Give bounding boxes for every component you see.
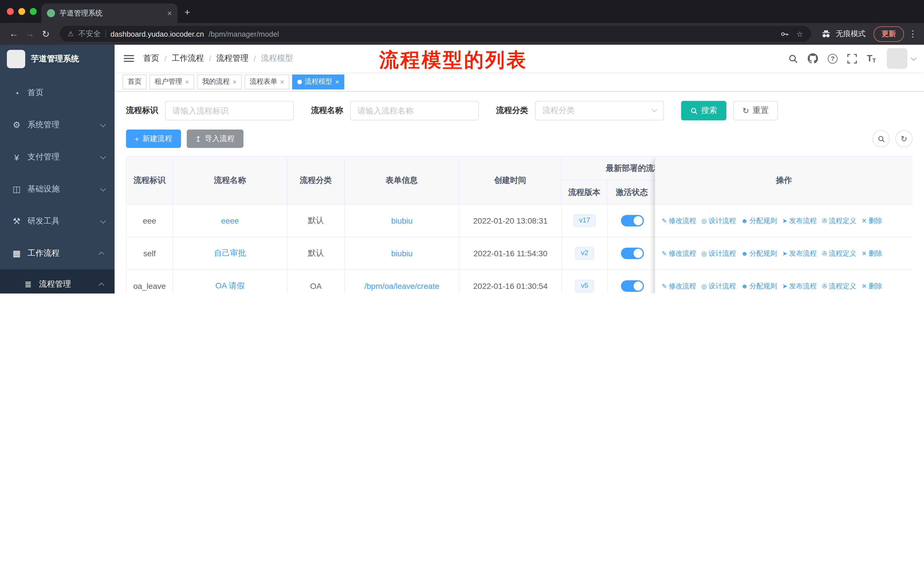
design-icon: ◎ <box>701 217 706 225</box>
action-delete-link[interactable]: ✕删除 <box>861 248 882 258</box>
action-definition-link[interactable]: ✇流程定义 <box>822 216 856 226</box>
tag-tenant[interactable]: 租户管理× <box>150 74 194 89</box>
action-edit-link[interactable]: ✎修改流程 <box>662 248 696 258</box>
github-icon[interactable] <box>808 53 818 64</box>
trash-icon: ✕ <box>861 282 867 290</box>
create-process-button[interactable]: + 新建流程 <box>126 129 181 148</box>
link-icon: ✇ <box>822 250 827 257</box>
security-label: 不安全 <box>79 29 101 39</box>
close-icon[interactable]: × <box>280 78 284 86</box>
category-cell: 默认 <box>287 237 345 270</box>
action-delete-link[interactable]: ✕删除 <box>861 281 882 291</box>
chevron-down-icon <box>911 55 917 61</box>
process-key-label: 流程标识 <box>126 106 158 116</box>
row-actions: ✎修改流程 ◎设计流程 ☻分配规则 ➤发布流程 ✇流程定义 ✕删除 <box>655 205 912 237</box>
process-name-input[interactable] <box>350 101 479 121</box>
forward-button[interactable]: → <box>22 29 38 39</box>
new-tab-button[interactable]: + <box>185 7 190 18</box>
sidebar-menu: ◔ 首页 ⚙ 系统管理 ¥ 支付管理 ◫ 基础设施 <box>0 73 115 293</box>
sidebar-item-infrastructure[interactable]: ◫ 基础设施 <box>0 173 115 205</box>
link-icon: ✇ <box>822 217 827 225</box>
bookmark-star-icon[interactable]: ☆ <box>797 30 803 38</box>
sidebar-logo: 芋道管理系统 <box>0 45 115 73</box>
maximize-window-button[interactable] <box>30 8 37 15</box>
hamburger-icon[interactable] <box>124 55 134 62</box>
back-button[interactable]: ← <box>6 29 22 39</box>
tab-close-icon[interactable]: × <box>167 8 172 18</box>
font-size-icon[interactable]: TT <box>867 53 876 64</box>
created-cell: 2022-01-16 01:30:54 <box>459 270 562 293</box>
update-button[interactable]: 更新 <box>874 26 904 41</box>
active-toggle[interactable] <box>621 215 644 227</box>
url-path: /bpm/manager/model <box>208 30 279 38</box>
action-design-link[interactable]: ◎设计流程 <box>701 281 736 291</box>
breadcrumb-item-process-model: 流程模型 <box>261 53 293 64</box>
action-delete-link[interactable]: ✕删除 <box>861 216 882 226</box>
fullscreen-icon[interactable] <box>847 54 857 63</box>
breadcrumb-item-process-management[interactable]: 流程管理 <box>216 53 249 64</box>
process-name-link[interactable]: OA 请假 <box>215 281 245 291</box>
process-category-label: 流程分类 <box>496 106 528 116</box>
active-toggle[interactable] <box>621 248 644 259</box>
action-definition-link[interactable]: ✇流程定义 <box>822 281 856 291</box>
person-icon: ☻ <box>741 217 748 224</box>
close-icon[interactable]: × <box>185 78 189 86</box>
app-title: 芋道管理系统 <box>31 54 79 64</box>
action-publish-link[interactable]: ➤发布流程 <box>782 248 817 258</box>
close-icon[interactable]: × <box>335 78 339 86</box>
import-process-button[interactable]: ↥ 导入流程 <box>186 129 243 148</box>
form-link[interactable]: /bpm/oa/leave/create <box>364 281 439 291</box>
action-design-link[interactable]: ◎设计流程 <box>701 216 736 226</box>
action-definition-link[interactable]: ✇流程定义 <box>822 248 856 258</box>
version-tag: v17 <box>573 214 596 227</box>
close-window-button[interactable] <box>7 8 14 15</box>
tag-my-process[interactable]: 我的流程× <box>197 74 242 89</box>
action-assign-rule-link[interactable]: ☻分配规则 <box>741 216 777 226</box>
browser-tab[interactable]: 芋道管理系统 × <box>41 3 178 23</box>
search-button[interactable]: 搜索 <box>681 101 726 121</box>
search-icon[interactable] <box>788 54 798 63</box>
browser-menu-icon[interactable]: ⋮ <box>909 29 917 39</box>
action-edit-link[interactable]: ✎修改流程 <box>662 281 696 291</box>
close-icon[interactable]: × <box>233 78 237 86</box>
minimize-window-button[interactable] <box>18 8 25 15</box>
sidebar-item-system[interactable]: ⚙ 系统管理 <box>0 109 115 141</box>
action-assign-rule-link[interactable]: ☻分配规则 <box>741 281 777 291</box>
key-icon[interactable] <box>780 30 789 38</box>
breadcrumb-item-workflow[interactable]: 工作流程 <box>172 53 204 64</box>
form-link[interactable]: biubiu <box>391 216 413 225</box>
action-design-link[interactable]: ◎设计流程 <box>701 248 736 258</box>
browser-tabstrip: 芋道管理系统 × + <box>0 0 924 23</box>
action-publish-link[interactable]: ➤发布流程 <box>782 281 817 291</box>
show-search-button[interactable] <box>873 130 889 147</box>
form-link[interactable]: biubiu <box>391 249 413 258</box>
action-assign-rule-link[interactable]: ☻分配规则 <box>741 248 777 258</box>
tag-process-form[interactable]: 流程表单× <box>244 74 289 89</box>
chevron-down-icon <box>652 106 657 112</box>
process-key-input[interactable] <box>165 101 294 121</box>
refresh-button[interactable]: ↻ <box>895 130 912 147</box>
sidebar-item-devtools[interactable]: ⚒ 研发工具 <box>0 205 115 237</box>
sidebar-item-workflow[interactable]: ▦ 工作流程 <box>0 237 115 270</box>
process-name-link[interactable]: 自己审批 <box>214 248 246 258</box>
breadcrumb-item-home[interactable]: 首页 <box>143 53 159 64</box>
reset-button[interactable]: ↻ 重置 <box>733 101 778 121</box>
tag-process-model[interactable]: 流程模型× <box>292 74 344 89</box>
process-name-link[interactable]: eeee <box>221 216 239 225</box>
help-icon[interactable]: ? <box>828 54 838 63</box>
action-edit-link[interactable]: ✎修改流程 <box>662 216 696 226</box>
sidebar-item-process-management[interactable]: ≣ 流程管理 <box>0 270 115 293</box>
process-key-cell: eee <box>127 205 173 237</box>
url-bar[interactable]: ⚠ 不安全 dashboard.yudao.iocoder.cn/bpm/man… <box>59 26 811 42</box>
action-publish-link[interactable]: ➤发布流程 <box>782 216 817 226</box>
process-category-select[interactable]: 流程分类 <box>535 101 664 121</box>
sidebar-item-payment[interactable]: ¥ 支付管理 <box>0 141 115 173</box>
sidebar-item-home[interactable]: ◔ 首页 <box>0 77 115 109</box>
reload-button[interactable]: ↻ <box>38 28 54 39</box>
tab-title: 芋道管理系统 <box>59 8 163 18</box>
design-icon: ◎ <box>701 250 706 257</box>
active-toggle[interactable] <box>621 280 644 292</box>
tag-home[interactable]: 首页 <box>122 74 147 89</box>
user-menu[interactable] <box>887 48 915 69</box>
avatar[interactable] <box>887 48 908 69</box>
